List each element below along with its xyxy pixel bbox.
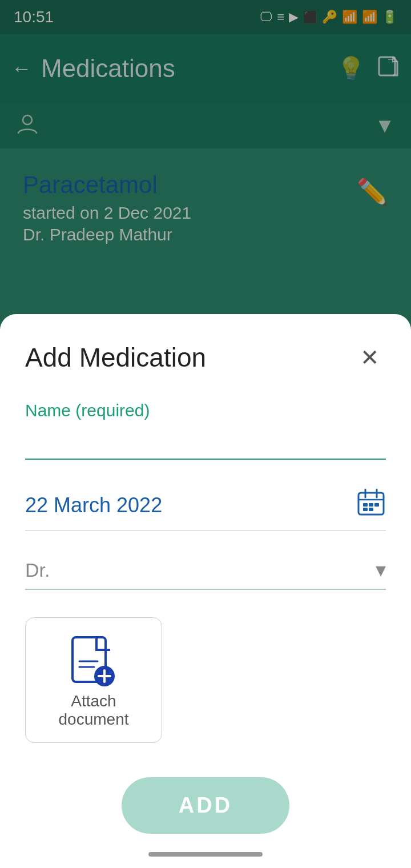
date-value: 22 March 2022	[25, 493, 162, 517]
modal-title: Add Medication	[25, 342, 206, 373]
attach-document-icon	[68, 635, 119, 692]
svg-rect-9	[363, 508, 368, 511]
home-indicator	[148, 852, 263, 857]
name-input[interactable]	[25, 426, 386, 460]
add-button-row: ADD	[25, 777, 386, 834]
attach-document-button[interactable]: Attach document	[25, 617, 162, 743]
modal-overlay: Add Medication ✕ Name (required) 22 Marc…	[0, 0, 411, 868]
svg-rect-6	[363, 503, 368, 507]
calendar-icon[interactable]	[356, 487, 386, 523]
add-medication-modal: Add Medication ✕ Name (required) 22 Marc…	[0, 314, 411, 868]
svg-rect-7	[369, 503, 373, 507]
dropdown-icon[interactable]: ▾	[376, 558, 386, 582]
close-button[interactable]: ✕	[354, 341, 386, 373]
svg-rect-10	[369, 508, 373, 511]
modal-header: Add Medication ✕	[25, 341, 386, 373]
doctor-field-group[interactable]: Dr. ▾	[25, 558, 386, 590]
doctor-placeholder: Dr.	[25, 559, 50, 581]
attach-label: Attach document	[37, 692, 150, 729]
name-field-group: Name (required)	[25, 401, 386, 460]
svg-rect-8	[374, 503, 379, 507]
date-field-group[interactable]: 22 March 2022	[25, 487, 386, 531]
add-button[interactable]: ADD	[122, 777, 289, 834]
name-label: Name (required)	[25, 401, 386, 420]
